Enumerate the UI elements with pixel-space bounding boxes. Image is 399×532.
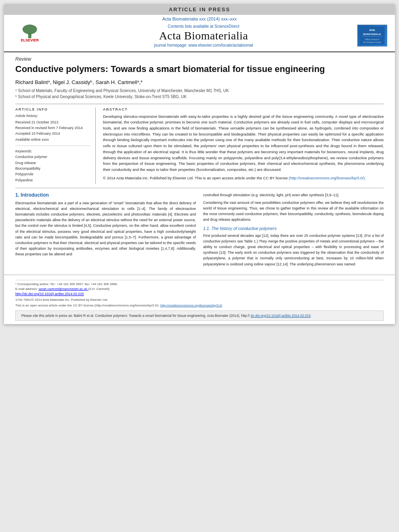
acta-logo-svg: Acta BIOMATERIALIA Official Journal of t… (359, 27, 385, 45)
citation-text: Please cite this article in press as: Ba… (21, 314, 250, 318)
article-info-abstract: ARTICLE INFO Article history: Received 2… (15, 104, 384, 184)
email-label: E-mail address: (15, 287, 39, 291)
intro-para1-text: Electroactive biomaterials are a part of… (15, 201, 196, 257)
abstract-column: ABSTRACT Developing stimulus-responsive … (103, 107, 384, 184)
abstract-license: © 2014 Acta Materialia Inc. Published by… (103, 175, 384, 181)
sciencedirect-name[interactable]: ScienceDirect (214, 24, 239, 29)
keyword-3: Biocompatibility (15, 166, 90, 171)
keyword-5: Polyaniline (15, 177, 90, 183)
citation-bar: Please cite this article in press as: Ba… (15, 310, 384, 321)
abstract-heading: ABSTRACT (103, 107, 384, 111)
revised-text: Received in revised form 7 February 2014 (15, 126, 83, 130)
homepage-url[interactable]: www.elsevier.com/locate/actabiomat (189, 43, 253, 47)
authors-line: Richard Balintᵃ, Nigel J. Cassidyᵇ, Sara… (15, 79, 384, 85)
subsection-title-text: The history of conductive polymers (211, 226, 276, 231)
article-history: Received 21 October 2013 Received in rev… (15, 119, 90, 143)
keywords-label-text: Keywords: (15, 149, 32, 153)
citation-doi-text: dx.doi.org/10.1016/j.actbio.2014.02.015 (251, 314, 311, 318)
citation-doi-link[interactable]: dx.doi.org/10.1016/j.actbio.2014.02.015 (251, 314, 311, 318)
subsection-num: 1.1. (203, 226, 210, 231)
info-divider (15, 146, 90, 146)
review-label: Review (15, 56, 384, 62)
intro-left-col: 1. Introduction Electroactive biomateria… (15, 192, 196, 269)
star-note-text: * Corresponding author. Tel.: +44 161 30… (15, 282, 118, 286)
article-info-heading-text: ARTICLE INFO (15, 107, 48, 111)
footer-area: * Corresponding author. Tel.: +44 161 30… (4, 275, 395, 310)
available-date: Available online xxxx (15, 137, 90, 142)
acta-logo-box: Acta BIOMATERIALIA Official Journal of t… (357, 25, 387, 47)
introduction-section: 1. Introduction Electroactive biomateria… (15, 192, 384, 269)
affiliation-b-text: ᵇ School of Physical and Geographical Sc… (15, 94, 187, 99)
email-text: sarah.cartmell@manchester.ac.uk (39, 287, 87, 291)
article-title: Conductive polymers: Towards a smart bio… (15, 64, 384, 75)
intro-para4-text: First produced several decades ago [12],… (203, 234, 384, 266)
article-history-label: Article history: (15, 114, 90, 118)
abstract-body: Developing stimulus-responsive biomateri… (103, 114, 384, 172)
received-date: Received 21 October 2013 (15, 119, 90, 125)
abstract-heading-text: ABSTRACT (103, 107, 128, 111)
article-in-press-banner: ARTICLE IN PRESS (4, 4, 395, 15)
affiliation-a: ᵃ School of Materials, Faculty of Engine… (15, 88, 384, 94)
intro-para3: Considering the vast amount of new possi… (203, 200, 384, 223)
article-info-column: ARTICLE INFO Article history: Received 2… (15, 107, 96, 184)
footer-cc-link[interactable]: http://creativecommons.org/licenses/by/3… (160, 304, 222, 307)
footer-open-access-text: This is an open access article under the… (15, 304, 159, 307)
revised-date: Received in revised form 7 February 2014 (15, 125, 90, 131)
intro-para4: First produced several decades ago [12],… (203, 233, 384, 267)
keyword-5-text: Polyaniline (15, 178, 33, 182)
intro-para2-text: controlled through stimulation (e.g. ele… (203, 193, 339, 197)
review-label-text: Review (15, 56, 31, 62)
received-text: Received 21 October 2013 (15, 120, 58, 124)
journal-homepage: journal homepage: www.elsevier.com/locat… (50, 43, 357, 47)
abstract-open-access: © 2014 Acta Materialia Inc. Published by… (103, 176, 288, 180)
journal-citation-link[interactable]: Acta Biomaterialia xxx (2014) xxx–xxx (162, 16, 237, 21)
keyword-1: Conductive polymer (15, 154, 90, 160)
journal-title: Acta Biomaterialia (50, 29, 357, 42)
affiliation-b: ᵇ School of Physical and Geographical Sc… (15, 94, 384, 100)
article-info-heading: ARTICLE INFO (15, 107, 90, 111)
intro-para2: controlled through stimulation (e.g. ele… (203, 192, 384, 198)
doi-text: http://dx.doi.org/10.1016/j.actbio.2014.… (15, 292, 84, 296)
journal-citation-line: Acta Biomaterialia xxx (2014) xxx–xxx (4, 15, 395, 22)
journal-title-text: Acta Biomaterialia (159, 29, 248, 42)
svg-text:ELSEVIER: ELSEVIER (21, 38, 39, 42)
keywords-label: Keywords: (15, 149, 90, 153)
email-person: (S.H. Cartmell). (88, 287, 110, 291)
footer-doi[interactable]: http://dx.doi.org/10.1016/j.actbio.2014.… (15, 292, 384, 297)
abstract-text: Developing stimulus-responsive biomateri… (103, 114, 384, 181)
acta-biomaterialia-logo: Acta BIOMATERIALIA Official Journal of t… (357, 25, 389, 47)
journal-center-info: Contents lists available at ScienceDirec… (50, 24, 357, 47)
svg-rect-2 (28, 33, 31, 38)
sciencedirect-label: Contents lists available at (168, 24, 214, 29)
section-separator (15, 188, 384, 188)
footer-open-access: This is an open access article under the… (15, 303, 384, 308)
abstract-para: Developing stimulus-responsive biomateri… (103, 114, 384, 173)
accepted-text: Accepted 10 February 2014 (15, 131, 60, 136)
elsevier-logo-svg: ELSEVIER (10, 24, 50, 46)
history-label-text: Article history: (15, 114, 38, 118)
subsection-title: 1.1. The history of conductive polymers (203, 226, 384, 231)
cc-license-link[interactable]: (http://creativecommons.org/licenses/by/… (289, 176, 366, 180)
keyword-4: Polypyrrole (15, 171, 90, 177)
affiliations: ᵃ School of Materials, Faculty of Engine… (15, 88, 384, 100)
intro-title: Introduction (21, 192, 49, 198)
keyword-3-text: Biocompatibility (15, 166, 41, 170)
homepage-label: journal homepage: (154, 43, 189, 47)
footer-cc-url-text: http://creativecommons.org/licenses/by/3… (160, 304, 222, 307)
keyword-2: Drug release (15, 160, 90, 166)
accepted-date: Accepted 10 February 2014 (15, 131, 90, 136)
intro-num: 1. (15, 192, 19, 198)
svg-point-1 (23, 25, 37, 34)
svg-text:Official Journal of: Official Journal of (365, 39, 380, 41)
banner-text: ARTICLE IN PRESS (169, 6, 230, 12)
intro-para1: Electroactive biomaterials are a part of… (15, 200, 196, 257)
article-title-text: Conductive polymers: Towards a smart bio… (15, 64, 325, 74)
email-link[interactable]: sarah.cartmell@manchester.ac.uk (39, 287, 88, 291)
article-body: Review Conductive polymers: Towards a sm… (4, 52, 395, 275)
journal-header: Acta Biomaterialia xxx (2014) xxx–xxx EL… (4, 15, 395, 52)
intro-para3-text: Considering the vast amount of new possi… (203, 201, 384, 222)
svg-text:Acta: Acta (369, 29, 375, 31)
elsevier-logo: ELSEVIER (10, 24, 50, 47)
doi-link[interactable]: http://dx.doi.org/10.1016/j.actbio.2014.… (15, 292, 84, 296)
available-text: Available online xxxx (15, 138, 49, 142)
